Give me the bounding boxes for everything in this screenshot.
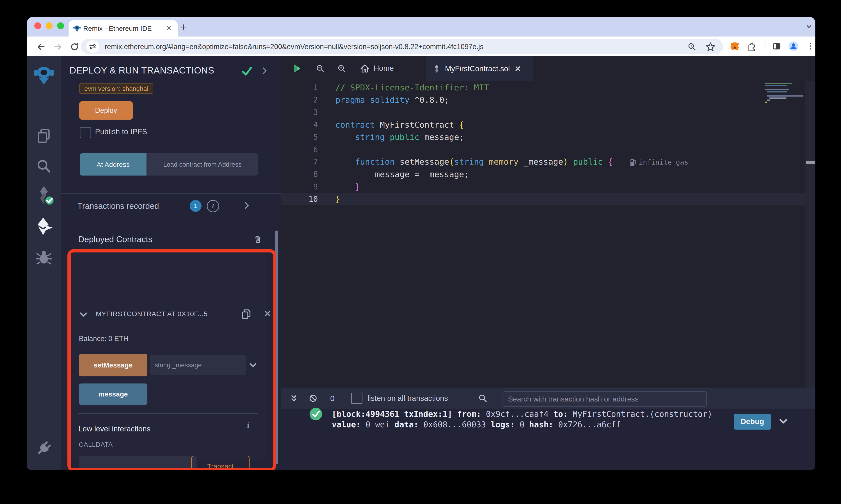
maximize-window-button[interactable] bbox=[57, 22, 64, 29]
file-tab-close-icon[interactable]: × bbox=[515, 63, 520, 74]
browser-toolbar: remix.ethereum.org/#lang=en&optimize=fal… bbox=[27, 37, 816, 56]
close-window-button[interactable] bbox=[34, 22, 41, 29]
code-lines: 1// SPDX-License-Identifier: MIT2pragma … bbox=[281, 81, 816, 205]
tutorial-highlight-border bbox=[67, 249, 276, 470]
terminal-search-icon bbox=[478, 393, 488, 403]
publish-ipfs-checkbox[interactable] bbox=[80, 127, 91, 138]
search-icon bbox=[36, 158, 52, 174]
log-expand-chevron-icon[interactable] bbox=[777, 415, 789, 427]
panel-expand-chevron-icon[interactable] bbox=[260, 66, 270, 76]
solidity-file-icon bbox=[432, 64, 441, 73]
extensions-puzzle-icon[interactable] bbox=[746, 41, 757, 52]
browser-tab-strip: Remix - Ethereum IDE × + bbox=[27, 17, 816, 37]
panel-title: DEPLOY & RUN TRANSACTIONS bbox=[69, 65, 214, 75]
debug-button[interactable]: Debug bbox=[734, 414, 771, 430]
metamask-icon[interactable] bbox=[729, 41, 740, 52]
panel-divider bbox=[61, 224, 281, 224]
at-address-button[interactable]: At Address bbox=[80, 154, 147, 176]
url-text[interactable]: remix.ethereum.org/#lang=en&optimize=fal… bbox=[105, 43, 484, 51]
bug-icon bbox=[35, 248, 53, 266]
solidity-compiler-icon bbox=[34, 185, 54, 206]
editor-scrollbar-thumb[interactable] bbox=[806, 161, 815, 164]
terminal-search-input[interactable] bbox=[502, 391, 707, 407]
file-tab-label: MyFirstContract.sol bbox=[445, 65, 510, 73]
bookmark-star-icon[interactable] bbox=[705, 41, 716, 52]
transactions-count-badge: 1 bbox=[190, 200, 202, 212]
tab-title: Remix - Ethereum IDE bbox=[83, 25, 152, 32]
profile-avatar[interactable] bbox=[788, 40, 800, 52]
ethereum-deploy-icon bbox=[34, 217, 53, 236]
tx-log-line-2[interactable]: value: 0 wei data: 0x608...60033 logs: 0… bbox=[332, 420, 621, 429]
remix-favicon bbox=[73, 24, 81, 33]
toolbar-divider bbox=[766, 39, 766, 49]
clear-console-ban-icon[interactable] bbox=[308, 393, 318, 403]
deploy-run-panel: DEPLOY & RUN TRANSACTIONS evm version: s… bbox=[61, 56, 281, 470]
minimize-window-button[interactable] bbox=[46, 22, 53, 29]
plug-icon bbox=[35, 439, 53, 457]
tab-home[interactable]: Home bbox=[359, 62, 394, 74]
files-icon bbox=[35, 127, 53, 145]
sidebar-item-search[interactable] bbox=[32, 154, 56, 178]
tune-icon bbox=[89, 42, 97, 51]
zoom-in-icon[interactable] bbox=[337, 64, 347, 74]
run-script-play-icon[interactable] bbox=[291, 63, 302, 74]
tx-success-check-icon bbox=[309, 407, 323, 421]
reload-icon[interactable] bbox=[69, 41, 80, 52]
trash-icon[interactable] bbox=[253, 234, 263, 244]
zoom-page-icon[interactable] bbox=[687, 42, 697, 52]
sidebar-item-debugger[interactable] bbox=[32, 245, 56, 269]
sidebar-item-solidity-compiler[interactable] bbox=[32, 183, 56, 207]
tab-close-icon[interactable]: × bbox=[166, 23, 171, 32]
new-tab-button[interactable]: + bbox=[181, 22, 187, 32]
minimap[interactable] bbox=[763, 82, 805, 110]
browser-tab[interactable]: Remix - Ethereum IDE × bbox=[69, 20, 178, 37]
gas-annotation: infinite gas bbox=[630, 158, 688, 166]
home-icon bbox=[359, 62, 371, 74]
home-tab-label: Home bbox=[374, 64, 394, 73]
transactions-recorded-label: Transactions recorded bbox=[78, 201, 159, 211]
browser-menu-kebab-icon[interactable] bbox=[805, 41, 816, 51]
sidebar-item-deploy-run[interactable] bbox=[32, 215, 56, 238]
zoom-out-icon[interactable] bbox=[315, 64, 326, 74]
gas-pump-icon bbox=[630, 158, 636, 166]
remix-app: DEPLOY & RUN TRANSACTIONS evm version: s… bbox=[27, 56, 816, 470]
transactions-chevron-icon[interactable] bbox=[242, 200, 252, 211]
compile-success-check-icon bbox=[241, 65, 253, 77]
back-icon[interactable] bbox=[36, 41, 47, 52]
listen-all-transactions-label: listen on all transactions bbox=[367, 394, 448, 403]
pending-tx-count: 0 bbox=[330, 394, 334, 403]
sidebar-item-plugin-manager[interactable] bbox=[32, 436, 56, 460]
publish-ipfs-label: Publish to IPFS bbox=[95, 127, 147, 136]
editor-tab-bar: Home MyFirstContract.sol × bbox=[281, 56, 816, 81]
tab-search-chevron-icon[interactable] bbox=[804, 21, 814, 32]
panel-divider bbox=[61, 193, 281, 194]
tab-myfirstcontract[interactable]: MyFirstContract.sol × bbox=[426, 56, 533, 81]
load-contract-from-address-button[interactable]: Load contract from Address bbox=[147, 154, 258, 176]
terminal-toolbar: 0 listen on all transactions bbox=[281, 388, 816, 409]
listen-all-transactions-checkbox[interactable] bbox=[351, 393, 362, 404]
forward-icon[interactable] bbox=[52, 41, 63, 52]
tx-log-line-1[interactable]: [block:4994361 txIndex:1] from: 0x9cf...… bbox=[332, 410, 713, 419]
deployed-contracts-header: Deployed Contracts bbox=[78, 235, 152, 244]
evm-version-badge: evm version: shanghai bbox=[79, 83, 153, 94]
icon-rail bbox=[27, 56, 61, 470]
terminal: 0 listen on all transactions [block:4994… bbox=[281, 388, 816, 470]
site-settings-button[interactable] bbox=[86, 40, 99, 53]
sidebar-item-file-explorer[interactable] bbox=[32, 124, 56, 148]
deploy-button[interactable]: Deploy bbox=[79, 101, 133, 120]
collapse-terminal-icon[interactable] bbox=[289, 393, 299, 403]
browser-window: Remix - Ethereum IDE × + remix.ethereum.… bbox=[27, 17, 816, 470]
code-editor: Home MyFirstContract.sol × 1// SPDX-Lice… bbox=[281, 56, 816, 388]
remix-logo bbox=[32, 63, 56, 87]
sidebar-item-settings[interactable] bbox=[32, 467, 56, 470]
side-panel-icon[interactable] bbox=[771, 41, 782, 52]
url-bar[interactable]: remix.ethereum.org/#lang=en&optimize=fal… bbox=[81, 39, 723, 54]
code-area[interactable]: 1// SPDX-License-Identifier: MIT2pragma … bbox=[281, 81, 816, 388]
editor-scrollbar-track[interactable] bbox=[805, 81, 816, 388]
transactions-info-icon[interactable]: i bbox=[207, 200, 219, 212]
